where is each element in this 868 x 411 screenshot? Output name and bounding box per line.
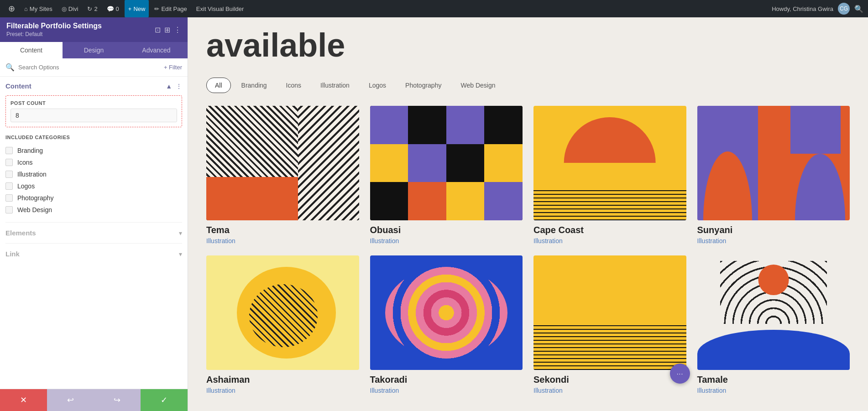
portfolio-item-tema[interactable]: Tema Illustration <box>206 106 359 245</box>
fab-button[interactable]: ··· <box>670 364 690 384</box>
edit-page-item[interactable]: ✏ Edit Page <box>151 0 190 17</box>
redo-button[interactable]: ↪ <box>94 389 141 411</box>
sidebar-bottom: ✕ ↩ ↪ ✓ <box>0 389 188 411</box>
divi-item[interactable]: ◎ Divi <box>58 0 82 17</box>
my-sites-item[interactable]: ⌂ My Sites <box>21 0 56 17</box>
admin-bar: ⊕ ⌂ My Sites ◎ Divi ↻ 2 💬 0 + New ✏ Edit… <box>0 0 868 17</box>
checkbox-logos[interactable] <box>5 182 13 190</box>
preset-label[interactable]: Preset: Default <box>6 31 102 37</box>
checkbox-illustration[interactable] <box>5 171 13 178</box>
sidebar-title: Filterable Portfolio Settings <box>6 22 102 30</box>
sidebar-search: 🔍 + Filter <box>0 58 188 77</box>
post-count-input[interactable] <box>10 109 177 122</box>
portfolio-item-tamale[interactable]: Tamale Illustration <box>697 255 850 394</box>
sunyani-right <box>758 106 850 220</box>
portfolio-cat-sunyani[interactable]: Illustration <box>697 237 850 245</box>
plus-icon: + <box>128 5 132 12</box>
sidebar-header-info: Filterable Portfolio Settings Preset: De… <box>6 22 102 37</box>
more-icon[interactable]: ⋮ <box>174 26 181 34</box>
undo-button[interactable]: ↩ <box>47 389 94 411</box>
elements-section: Elements ▾ <box>5 222 182 237</box>
thumb-tamale <box>697 255 850 370</box>
portfolio-name-takoradi: Takoradi <box>370 375 523 385</box>
filter-tab-web-design[interactable]: Web Design <box>452 78 504 93</box>
comments-count: 0 <box>116 5 119 12</box>
avatar: CG <box>838 3 850 15</box>
filter-tab-photography[interactable]: Photography <box>397 78 450 93</box>
portfolio-cat-cape[interactable]: Illustration <box>533 237 686 245</box>
portfolio-item-ashaiman[interactable]: Ashaiman Illustration <box>206 255 359 394</box>
portfolio-item-sekondi[interactable]: Sekondi Illustration <box>533 255 686 394</box>
takoradi-circle <box>385 267 507 359</box>
tamale-dot <box>758 265 789 295</box>
checkbox-icons[interactable] <box>5 159 13 166</box>
tab-advanced[interactable]: Advanced <box>125 42 188 58</box>
elements-header[interactable]: Elements ▾ <box>5 229 182 237</box>
category-icons-label: Icons <box>17 159 32 166</box>
portfolio-item-obuasi[interactable]: Obuasi Illustration <box>370 106 523 245</box>
art-tamale <box>697 255 850 370</box>
search-input[interactable] <box>18 64 160 71</box>
portfolio-cat-tamale[interactable]: Illustration <box>697 387 850 394</box>
checkbox-branding[interactable] <box>5 147 13 154</box>
collapse-icon[interactable]: ▲ <box>166 83 172 90</box>
content-section-header: Content ▲ ⋮ <box>5 82 182 90</box>
filter-tab-all[interactable]: All <box>206 78 231 93</box>
sync-item[interactable]: ↻ 2 <box>84 0 101 17</box>
admin-bar-right: Howdy, Christina Gwira CG 🔍 <box>772 3 863 15</box>
portfolio-item-cape[interactable]: Cape Coast Illustration <box>533 106 686 245</box>
thumb-cape <box>533 106 686 220</box>
sunyani-left <box>697 106 758 220</box>
portfolio-cat-tema[interactable]: Illustration <box>206 237 359 245</box>
divi-label: Divi <box>68 5 78 12</box>
tab-content[interactable]: Content <box>0 42 63 58</box>
portfolio-item-takoradi[interactable]: Takoradi Illustration <box>370 255 523 394</box>
thumb-tema <box>206 106 359 220</box>
divi-icon: ◎ <box>62 5 67 12</box>
portfolio-cat-obuasi[interactable]: Illustration <box>370 237 523 245</box>
sidebar: Filterable Portfolio Settings Preset: De… <box>0 17 188 411</box>
filter-tab-icons[interactable]: Icons <box>277 78 310 93</box>
wp-logo-item[interactable]: ⊕ <box>5 0 19 17</box>
category-branding-label: Branding <box>17 147 43 154</box>
sunyani-rect-top <box>790 106 841 154</box>
exit-builder-item[interactable]: Exit Visual Builder <box>193 0 248 17</box>
pencil-icon: ✏ <box>154 5 159 12</box>
search-icon[interactable]: 🔍 <box>854 5 863 13</box>
elements-chevron-icon[interactable]: ▾ <box>179 229 182 237</box>
category-web-design-label: Web Design <box>17 206 52 213</box>
sync-icon: ↻ <box>87 5 92 12</box>
category-branding: Branding <box>5 145 182 156</box>
art-tema <box>206 106 359 220</box>
link-title: Link <box>5 250 20 258</box>
save-button[interactable]: ✓ <box>141 389 188 411</box>
section-dots-icon[interactable]: ⋮ <box>176 83 182 90</box>
link-header[interactable]: Link ▾ <box>5 250 182 258</box>
sidebar-content: Content ▲ ⋮ Post Count Included Categori… <box>0 77 188 389</box>
checkbox-photography[interactable] <box>5 194 13 202</box>
tab-design[interactable]: Design <box>63 42 125 58</box>
portfolio-grid: Tema Illustration <box>206 106 850 394</box>
filter-tab-logos[interactable]: Logos <box>360 78 395 93</box>
art-obuasi <box>370 106 523 220</box>
filter-button[interactable]: + Filter <box>164 64 182 71</box>
included-categories-label: Included Categories <box>5 135 182 140</box>
tema-right <box>298 106 359 220</box>
art-takoradi <box>370 255 523 370</box>
portfolio-cat-takoradi[interactable]: Illustration <box>370 387 523 394</box>
new-item[interactable]: + New <box>125 0 149 17</box>
portfolio-cat-ashaiman[interactable]: Illustration <box>206 387 359 394</box>
minimize-icon[interactable]: ⊡ <box>155 26 161 34</box>
portfolio-item-sunyani[interactable]: Sunyani Illustration <box>697 106 850 245</box>
link-chevron-icon[interactable]: ▾ <box>179 250 182 258</box>
filter-tab-branding[interactable]: Branding <box>233 78 276 93</box>
portfolio-cat-sekondi[interactable]: Illustration <box>533 387 686 394</box>
portfolio-name-sunyani: Sunyani <box>697 225 850 235</box>
comments-item[interactable]: 💬 0 <box>103 0 123 17</box>
cancel-button[interactable]: ✕ <box>0 389 47 411</box>
content-section-title: Content <box>5 82 31 90</box>
filter-tab-illustration[interactable]: Illustration <box>312 78 358 93</box>
grid-icon[interactable]: ⊞ <box>164 26 170 34</box>
sync-count: 2 <box>94 5 97 12</box>
checkbox-web-design[interactable] <box>5 206 13 213</box>
